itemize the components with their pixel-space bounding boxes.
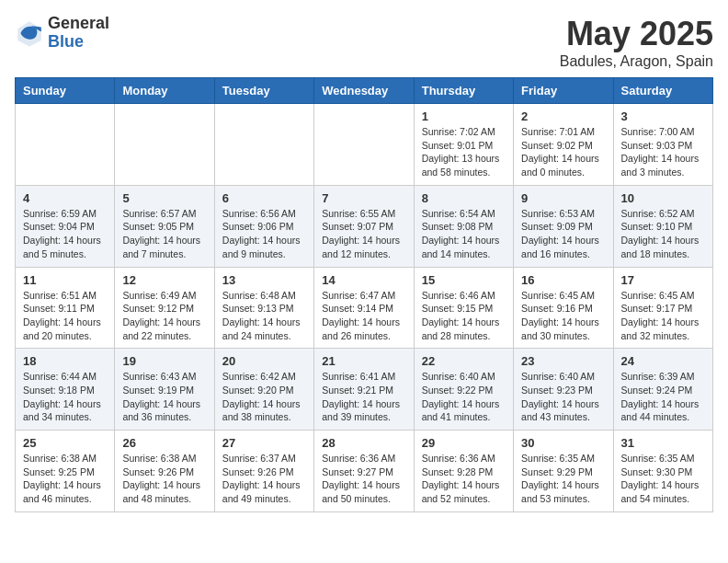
calendar-cell: 23Sunrise: 6:40 AMSunset: 9:23 PMDayligh… xyxy=(514,349,613,431)
calendar-cell: 2Sunrise: 7:01 AMSunset: 9:02 PMDaylight… xyxy=(514,104,613,186)
day-number: 1 xyxy=(422,109,506,123)
day-number: 2 xyxy=(521,109,605,123)
calendar-cell: 8Sunrise: 6:54 AMSunset: 9:08 PMDaylight… xyxy=(414,185,513,267)
day-info: Sunrise: 6:52 AMSunset: 9:10 PMDaylight:… xyxy=(621,207,705,261)
weekday-header: Tuesday xyxy=(214,78,313,104)
day-number: 16 xyxy=(521,273,605,287)
day-info: Sunrise: 6:40 AMSunset: 9:22 PMDaylight:… xyxy=(422,370,506,424)
day-number: 24 xyxy=(621,354,705,368)
month-title: May 2025 xyxy=(560,15,713,53)
calendar-cell xyxy=(314,104,414,186)
day-info: Sunrise: 6:39 AMSunset: 9:24 PMDaylight:… xyxy=(621,370,705,424)
day-number: 10 xyxy=(621,191,705,205)
calendar-body: 1Sunrise: 7:02 AMSunset: 9:01 PMDaylight… xyxy=(16,104,713,512)
day-info: Sunrise: 6:45 AMSunset: 9:16 PMDaylight:… xyxy=(521,289,605,343)
calendar-cell: 25Sunrise: 6:38 AMSunset: 9:25 PMDayligh… xyxy=(16,431,115,512)
day-info: Sunrise: 6:38 AMSunset: 9:26 PMDaylight:… xyxy=(122,452,206,506)
day-info: Sunrise: 7:02 AMSunset: 9:01 PMDaylight:… xyxy=(422,125,506,179)
calendar-cell: 16Sunrise: 6:45 AMSunset: 9:16 PMDayligh… xyxy=(514,267,613,349)
calendar-cell: 3Sunrise: 7:00 AMSunset: 9:03 PMDaylight… xyxy=(613,104,712,186)
day-number: 8 xyxy=(422,191,506,205)
day-number: 23 xyxy=(521,354,605,368)
day-number: 20 xyxy=(222,354,306,368)
day-info: Sunrise: 6:53 AMSunset: 9:09 PMDaylight:… xyxy=(521,207,605,261)
calendar-cell: 13Sunrise: 6:48 AMSunset: 9:13 PMDayligh… xyxy=(214,267,313,349)
calendar-cell: 22Sunrise: 6:40 AMSunset: 9:22 PMDayligh… xyxy=(414,349,513,431)
day-info: Sunrise: 6:38 AMSunset: 9:25 PMDaylight:… xyxy=(23,452,107,506)
day-info: Sunrise: 6:55 AMSunset: 9:07 PMDaylight:… xyxy=(322,207,405,261)
calendar-cell: 21Sunrise: 6:41 AMSunset: 9:21 PMDayligh… xyxy=(314,349,414,431)
day-number: 21 xyxy=(322,354,405,368)
day-info: Sunrise: 6:43 AMSunset: 9:19 PMDaylight:… xyxy=(122,370,206,424)
calendar-cell: 28Sunrise: 6:36 AMSunset: 9:27 PMDayligh… xyxy=(314,431,414,512)
calendar-week-row: 4Sunrise: 6:59 AMSunset: 9:04 PMDaylight… xyxy=(16,185,713,267)
day-info: Sunrise: 6:49 AMSunset: 9:12 PMDaylight:… xyxy=(122,289,206,343)
calendar-week-row: 11Sunrise: 6:51 AMSunset: 9:11 PMDayligh… xyxy=(16,267,713,349)
calendar-cell: 20Sunrise: 6:42 AMSunset: 9:20 PMDayligh… xyxy=(214,349,313,431)
day-number: 17 xyxy=(621,273,705,287)
calendar-cell: 1Sunrise: 7:02 AMSunset: 9:01 PMDaylight… xyxy=(414,104,513,186)
day-number: 19 xyxy=(122,354,206,368)
day-info: Sunrise: 6:57 AMSunset: 9:05 PMDaylight:… xyxy=(122,207,206,261)
day-info: Sunrise: 6:48 AMSunset: 9:13 PMDaylight:… xyxy=(222,289,306,343)
day-info: Sunrise: 6:54 AMSunset: 9:08 PMDaylight:… xyxy=(422,207,506,261)
day-info: Sunrise: 6:56 AMSunset: 9:06 PMDaylight:… xyxy=(222,207,306,261)
day-number: 14 xyxy=(322,273,405,287)
day-info: Sunrise: 6:41 AMSunset: 9:21 PMDaylight:… xyxy=(322,370,405,424)
day-info: Sunrise: 6:35 AMSunset: 9:30 PMDaylight:… xyxy=(621,452,705,506)
calendar-cell: 19Sunrise: 6:43 AMSunset: 9:19 PMDayligh… xyxy=(115,349,214,431)
day-number: 26 xyxy=(122,436,206,450)
day-info: Sunrise: 7:00 AMSunset: 9:03 PMDaylight:… xyxy=(621,125,705,179)
day-number: 27 xyxy=(222,436,306,450)
day-number: 28 xyxy=(322,436,405,450)
weekday-row: SundayMondayTuesdayWednesdayThursdayFrid… xyxy=(16,78,713,104)
weekday-header: Sunday xyxy=(16,78,115,104)
day-number: 7 xyxy=(322,191,405,205)
day-info: Sunrise: 6:42 AMSunset: 9:20 PMDaylight:… xyxy=(222,370,306,424)
weekday-header: Saturday xyxy=(613,78,712,104)
day-info: Sunrise: 6:40 AMSunset: 9:23 PMDaylight:… xyxy=(521,370,605,424)
calendar-cell xyxy=(115,104,214,186)
calendar-week-row: 25Sunrise: 6:38 AMSunset: 9:25 PMDayligh… xyxy=(16,431,713,512)
day-number: 5 xyxy=(122,191,206,205)
title-area: May 2025 Badules, Aragon, Spain xyxy=(560,15,713,70)
calendar-cell: 6Sunrise: 6:56 AMSunset: 9:06 PMDaylight… xyxy=(214,185,313,267)
calendar: SundayMondayTuesdayWednesdayThursdayFrid… xyxy=(15,77,713,512)
logo-general: General xyxy=(48,15,109,33)
day-info: Sunrise: 6:47 AMSunset: 9:14 PMDaylight:… xyxy=(322,289,405,343)
calendar-cell: 24Sunrise: 6:39 AMSunset: 9:24 PMDayligh… xyxy=(613,349,712,431)
location: Badules, Aragon, Spain xyxy=(560,53,713,70)
calendar-cell: 4Sunrise: 6:59 AMSunset: 9:04 PMDaylight… xyxy=(16,185,115,267)
day-info: Sunrise: 6:51 AMSunset: 9:11 PMDaylight:… xyxy=(23,289,107,343)
day-number: 11 xyxy=(23,273,107,287)
calendar-cell: 29Sunrise: 6:36 AMSunset: 9:28 PMDayligh… xyxy=(414,431,513,512)
day-number: 15 xyxy=(422,273,506,287)
logo-text: General Blue xyxy=(48,15,109,52)
calendar-cell: 5Sunrise: 6:57 AMSunset: 9:05 PMDaylight… xyxy=(115,185,214,267)
day-number: 30 xyxy=(521,436,605,450)
weekday-header: Thursday xyxy=(414,78,513,104)
calendar-cell: 17Sunrise: 6:45 AMSunset: 9:17 PMDayligh… xyxy=(613,267,712,349)
calendar-cell: 7Sunrise: 6:55 AMSunset: 9:07 PMDaylight… xyxy=(314,185,414,267)
day-number: 29 xyxy=(422,436,506,450)
day-number: 12 xyxy=(122,273,206,287)
day-info: Sunrise: 6:46 AMSunset: 9:15 PMDaylight:… xyxy=(422,289,506,343)
calendar-cell: 11Sunrise: 6:51 AMSunset: 9:11 PMDayligh… xyxy=(16,267,115,349)
calendar-week-row: 18Sunrise: 6:44 AMSunset: 9:18 PMDayligh… xyxy=(16,349,713,431)
calendar-cell: 9Sunrise: 6:53 AMSunset: 9:09 PMDaylight… xyxy=(514,185,613,267)
calendar-cell: 10Sunrise: 6:52 AMSunset: 9:10 PMDayligh… xyxy=(613,185,712,267)
day-number: 3 xyxy=(621,109,705,123)
weekday-header: Wednesday xyxy=(314,78,414,104)
day-number: 18 xyxy=(23,354,107,368)
calendar-cell xyxy=(16,104,115,186)
day-number: 6 xyxy=(222,191,306,205)
day-info: Sunrise: 6:35 AMSunset: 9:29 PMDaylight:… xyxy=(521,452,605,506)
calendar-cell: 30Sunrise: 6:35 AMSunset: 9:29 PMDayligh… xyxy=(514,431,613,512)
calendar-cell: 18Sunrise: 6:44 AMSunset: 9:18 PMDayligh… xyxy=(16,349,115,431)
logo-blue: Blue xyxy=(48,33,109,52)
weekday-header: Monday xyxy=(115,78,214,104)
day-number: 13 xyxy=(222,273,306,287)
weekday-header: Friday xyxy=(514,78,613,104)
day-number: 9 xyxy=(521,191,605,205)
calendar-cell xyxy=(214,104,313,186)
